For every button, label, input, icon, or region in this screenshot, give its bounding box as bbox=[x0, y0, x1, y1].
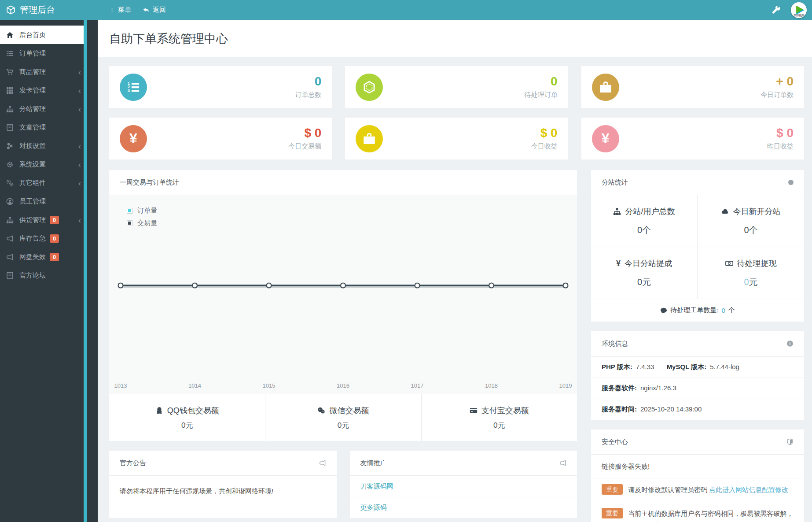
pay-stat-value: 0元 bbox=[493, 420, 505, 430]
sidebar-item-forum[interactable]: 官方论坛 bbox=[0, 266, 98, 285]
brand[interactable]: 管理后台 bbox=[0, 4, 98, 16]
shield-icon[interactable] bbox=[786, 438, 794, 445]
stat-card-today-volume[interactable]: ¥ $ 0 今日交易额 bbox=[109, 118, 332, 159]
stat-card-today-profit[interactable]: $ 0 今日收益 bbox=[345, 118, 568, 159]
sidebar-item-stock-alert[interactable]: 库存告急 0 bbox=[0, 229, 98, 248]
substation-new-today-cell: 今日新开分站 0个 bbox=[698, 195, 804, 247]
cell-value: 0 bbox=[637, 225, 642, 235]
sidebar-item-articles[interactable]: 文章管理 bbox=[0, 118, 98, 137]
php-mysql-row: PHP 版本:7.4.33 MySQL 版本:5.7.44-log bbox=[591, 356, 804, 378]
gem-icon bbox=[356, 74, 383, 101]
sidebar-item-label: 发卡管理 bbox=[19, 86, 46, 95]
stat-label: 今日收益 bbox=[531, 142, 558, 151]
site-config-link[interactable]: 点此进入网站信息配置修改 bbox=[709, 486, 788, 493]
environment-panel: 环境信息 PHP 版本:7.4.33 MySQL 版本:5.7.44-log 服… bbox=[591, 331, 804, 420]
chevron-left-icon: ‹ bbox=[78, 179, 81, 187]
book-icon bbox=[6, 124, 14, 131]
alipay-stat: 支付宝交易额 0元 bbox=[421, 394, 577, 441]
chevron-left-icon: ‹ bbox=[78, 105, 81, 113]
chart-point bbox=[563, 283, 568, 288]
sidebar-item-staff[interactable]: 员工管理 bbox=[0, 192, 98, 211]
cell-unit: 元 bbox=[642, 277, 651, 287]
stat-value: 0 bbox=[525, 75, 558, 89]
chevron-left-icon: ‹ bbox=[78, 160, 81, 169]
chart-point bbox=[267, 283, 272, 288]
sidebar-item-products[interactable]: 商品管理 ‹ bbox=[0, 63, 98, 81]
sidebar-item-cards[interactable]: 发卡管理 ‹ bbox=[0, 81, 98, 100]
ordered-list-icon bbox=[120, 74, 147, 101]
payment-stats-row: QQ钱包交易额 0元 微信交易额 0元 支付宝交易额 0元 bbox=[109, 394, 577, 441]
cell-label: 分站/用户总数 bbox=[625, 206, 675, 217]
cell-label: 待处理提现 bbox=[737, 258, 777, 269]
bullhorn-icon bbox=[6, 253, 14, 261]
stat-card-total-orders[interactable]: 0 订单总数 bbox=[109, 66, 332, 108]
cell-unit: 个 bbox=[642, 225, 651, 235]
list-icon bbox=[6, 50, 14, 57]
sitemap-icon bbox=[613, 207, 621, 215]
substation-users-cell: 分站/用户总数 0个 bbox=[591, 195, 698, 247]
count-badge: 0 bbox=[50, 216, 59, 224]
sidebar-item-orders[interactable]: 订单管理 bbox=[0, 44, 98, 63]
promo-title: 友情推广 bbox=[360, 459, 387, 467]
gear-icon bbox=[6, 161, 14, 168]
wrench-icon[interactable] bbox=[772, 6, 780, 14]
chart-point bbox=[415, 283, 420, 288]
server-time-row: 服务器时间:2025-10-20 14:39:00 bbox=[591, 399, 804, 420]
change-password-text: 请及时修改默认管理员密码 bbox=[628, 486, 707, 493]
x-axis-label: 1015 bbox=[263, 382, 276, 389]
stat-value: $ 0 bbox=[531, 126, 558, 140]
back-button[interactable]: 返回 bbox=[143, 6, 166, 14]
chart-point bbox=[489, 283, 494, 288]
sidebar-item-substations[interactable]: 分站管理 ‹ bbox=[0, 100, 98, 118]
x-axis-label: 1016 bbox=[337, 382, 349, 389]
info-icon[interactable] bbox=[786, 340, 794, 347]
qq-icon bbox=[155, 407, 163, 415]
stat-card-pending-orders[interactable]: 0 待处理订单 bbox=[345, 66, 568, 108]
x-axis-label: 1013 bbox=[114, 382, 127, 389]
sidebar-item-label: 其它组件 bbox=[19, 179, 46, 187]
count-badge: 0 bbox=[50, 234, 59, 243]
promo-panel: 友情推广 刀客源码网 更多源码 bbox=[350, 451, 577, 518]
promo-link[interactable]: 更多源码 bbox=[360, 503, 387, 511]
sitemap-icon bbox=[6, 216, 14, 224]
x-axis-label: 1018 bbox=[485, 382, 498, 389]
video-app-logo[interactable]: 腾讯视频 bbox=[791, 2, 807, 18]
sidebar-item-components[interactable]: 其它组件 ‹ bbox=[0, 174, 98, 192]
stat-card-yesterday-profit[interactable]: ¥ $ 0 昨日收益 bbox=[581, 118, 804, 159]
stat-value: + 0 bbox=[761, 75, 794, 89]
sidebar-item-label: 员工管理 bbox=[19, 197, 46, 206]
substation-grid: 分站/用户总数 0个 今日新开分站 0个 ¥ 今日分站提成 0元 bbox=[591, 195, 804, 299]
gears-icon bbox=[6, 179, 14, 187]
sidebar-item-integrations[interactable]: 对接设置 ‹ bbox=[0, 137, 98, 155]
sidebar-item-settings[interactable]: 系统设置 ‹ bbox=[0, 155, 98, 174]
reply-icon bbox=[143, 7, 150, 14]
stat-label: 订单总数 bbox=[295, 91, 321, 99]
cell-label: 今日分站提成 bbox=[625, 258, 672, 269]
db-password-row: 重要 当前主机的数据库用户名与密码相同，极易被黑客破解，请及时修改数据库密码 bbox=[591, 502, 804, 522]
menu-button[interactable]: 菜单 bbox=[109, 6, 131, 14]
sidebar-item-home[interactable]: 后台首页 bbox=[0, 26, 84, 44]
pay-stat-value: 0元 bbox=[338, 420, 349, 430]
page-header: 自助下单系统管理中心 bbox=[98, 20, 812, 57]
sidebar-item-netdisk-invalid[interactable]: 网盘失效 0 bbox=[0, 248, 98, 266]
page-title: 自助下单系统管理中心 bbox=[109, 31, 228, 47]
pending-tickets-label: 待处理工单数量: bbox=[670, 306, 718, 315]
sitemap-icon bbox=[6, 105, 14, 113]
bullhorn-icon bbox=[319, 459, 326, 466]
stat-label: 今日订单数 bbox=[761, 91, 794, 99]
banknote-icon bbox=[725, 259, 733, 267]
substation-withdraw-cell: 待处理提现 0元 bbox=[698, 247, 804, 299]
yen-icon: ¥ bbox=[120, 125, 147, 152]
pending-tickets-unit: 个 bbox=[728, 306, 735, 315]
grid-icon bbox=[6, 87, 14, 94]
book-icon bbox=[6, 272, 14, 279]
stat-card-today-orders[interactable]: + 0 今日订单数 bbox=[581, 66, 804, 108]
server-software-row: 服务器软件:nginx/1.26.3 bbox=[591, 378, 804, 399]
sidebar-item-suppliers[interactable]: 供货管理 0 ‹ bbox=[0, 211, 98, 229]
stat-value: $ 0 bbox=[767, 126, 794, 140]
security-panel: 安全中心 链接服务器失败! 重要 请及时修改默认管理员密码 点此进入网站信息配置… bbox=[591, 429, 804, 522]
promo-link[interactable]: 刀客源码网 bbox=[360, 482, 393, 490]
server-software-label: 服务器软件: bbox=[602, 384, 637, 392]
server-time-label: 服务器时间: bbox=[602, 405, 637, 413]
db-password-text: 当前主机的数据库用户名与密码相同，极易被黑客破解，请及时修改数据库密码 bbox=[602, 510, 793, 522]
